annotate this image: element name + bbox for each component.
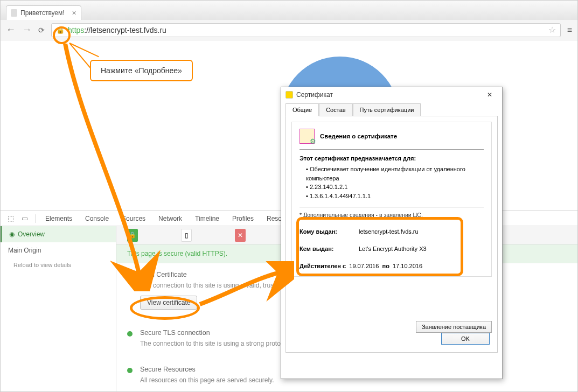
section-title: Secure TLS connection <box>140 329 210 337</box>
issued-to-label: Кому выдан: <box>300 226 359 237</box>
section-title: Secure Resources <box>140 366 196 373</box>
insecure-icon: ✕ <box>235 229 246 242</box>
status-dot-icon <box>127 368 133 373</box>
cert-purpose-header: Этот сертификат предназначается для: <box>300 155 484 162</box>
tab-bar: Приветствуем! × <box>1 1 577 20</box>
tab-general[interactable]: Общие <box>285 103 319 116</box>
bookmark-icon[interactable]: ☆ <box>548 25 556 35</box>
cert-info-box: Сведения о сертификате Этот сертификат п… <box>291 122 492 277</box>
cert-panel: Сведения о сертификате Этот сертификат п… <box>285 116 498 353</box>
cert-purpose-item: 1.3.6.1.4.1.44947.1.1.1 <box>306 192 484 201</box>
annotation-label: Нажмите «Подробнее» <box>90 60 193 81</box>
tab-cert-path[interactable]: Путь сертификации <box>353 103 421 116</box>
cert-info-header: Сведения о сертификате <box>320 133 397 139</box>
close-button[interactable]: ✕ <box>482 89 498 100</box>
close-icon[interactable]: × <box>72 9 76 17</box>
issued-by-label: Кем выдан: <box>300 243 359 255</box>
browser-tab[interactable]: Приветствуем! × <box>6 5 81 20</box>
reload-button[interactable]: ⟳ <box>38 26 45 34</box>
cert-purpose-item: Обеспечивает получение идентификации от … <box>306 165 484 183</box>
back-button[interactable]: ← <box>6 24 16 36</box>
valid-from-value: 19.07.2016 <box>349 263 379 269</box>
ok-button[interactable]: OK <box>441 333 490 345</box>
doc-icon: ▯ <box>181 229 192 242</box>
sidebar-item-label: Overview <box>18 230 45 238</box>
cert-purpose-item: 2.23.140.1.2.1 <box>306 183 484 192</box>
valid-from-label: Действителен с <box>300 263 346 269</box>
inspect-icon[interactable]: ⬚ <box>5 214 17 222</box>
cert-purposes: Обеспечивает получение идентификации от … <box>306 165 484 200</box>
tab-profiles[interactable]: Profiles <box>227 211 259 226</box>
menu-icon[interactable]: ≡ <box>567 25 572 35</box>
certificate-icon <box>285 91 293 99</box>
valid-to-value: 17.10.2016 <box>393 263 422 269</box>
certificate-dialog: Сертификат ✕ Общие Состав Путь сертифика… <box>281 87 503 379</box>
lock-icon[interactable]: 🔒 <box>56 26 65 34</box>
divider <box>35 214 36 223</box>
certificate-badge-icon <box>300 129 315 144</box>
tab-details[interactable]: Состав <box>319 103 352 116</box>
dialog-title: Сертификат <box>296 91 333 99</box>
provider-statement-button[interactable]: Заявление поставщика <box>416 321 492 333</box>
tab-title: Приветствуем! <box>20 9 65 17</box>
device-icon[interactable]: ▭ <box>19 214 31 222</box>
tab-timeline[interactable]: Timeline <box>190 211 225 226</box>
cert-note: * Дополнительные сведения - в заявлении … <box>300 207 484 218</box>
status-dot-icon <box>127 331 133 337</box>
url-protocol: https <box>68 26 84 34</box>
valid-to-label: по <box>382 263 389 269</box>
dialog-titlebar: Сертификат ✕ <box>281 87 502 102</box>
annotation-arrow-right <box>197 261 294 310</box>
issued-by-value: Let's Encrypt Authority X3 <box>359 243 427 255</box>
view-certificate-button[interactable]: View certificate <box>140 296 197 310</box>
address-bar: ← → ⟳ 🔒 https ://letsencrypt-test.fvds.r… <box>1 20 577 40</box>
forward-button[interactable]: → <box>22 24 32 36</box>
issued-to-value: letsencrypt-test.fvds.ru <box>359 226 419 237</box>
cert-tabs: Общие Состав Путь сертификации <box>281 103 502 116</box>
shield-icon: ◉ <box>9 230 15 238</box>
url-input[interactable]: 🔒 https ://letsencrypt-test.fvds.ru ☆ <box>51 23 561 37</box>
url-host: ://letsencrypt-test.fvds.ru <box>84 26 166 34</box>
